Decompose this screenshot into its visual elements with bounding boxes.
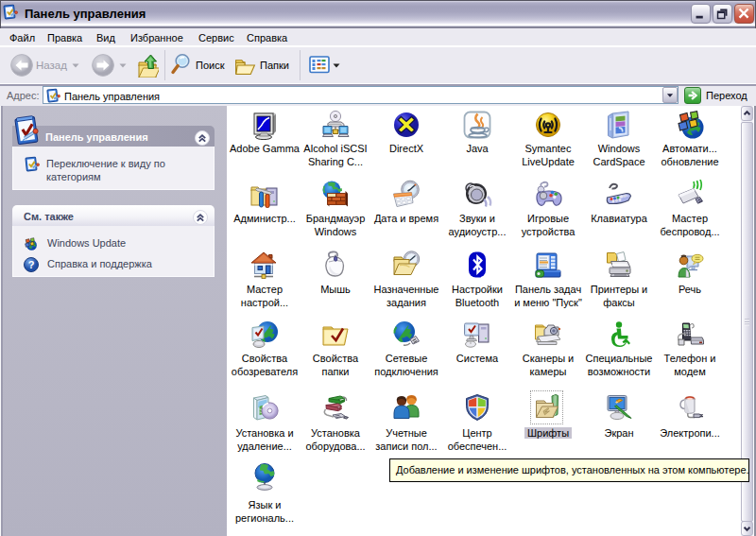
svg-text:?: ? — [28, 259, 35, 270]
